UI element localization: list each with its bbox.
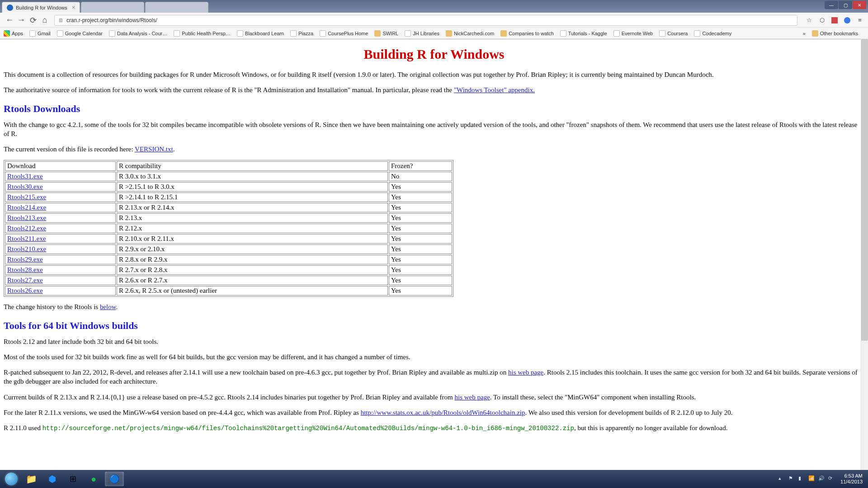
p64-4: Currrent builds of R 2.13.x and R 2.14.{… xyxy=(4,393,864,402)
bookmark-icon xyxy=(57,30,63,37)
scrollbar[interactable] xyxy=(861,39,868,470)
frozen-cell: Yes xyxy=(389,224,452,233)
other-bookmarks[interactable]: Other bookmarks xyxy=(812,30,858,37)
download-link[interactable]: Rtools210.exe xyxy=(7,245,46,253)
reload-button[interactable]: ⟳ xyxy=(27,14,39,26)
toolchain-link[interactable]: http://www.stats.ox.ac.uk/pub/Rtools/old… xyxy=(361,409,525,416)
tab-active[interactable]: Building R for Windows × xyxy=(2,2,80,13)
bookmark-item[interactable]: Evernote Web xyxy=(613,30,653,37)
page-icon: 🗎 xyxy=(58,17,64,23)
tray-flag-icon[interactable]: ⚑ xyxy=(788,475,796,483)
clock[interactable]: 6:53 AM 11/4/2013 xyxy=(840,473,863,485)
bookmark-icon xyxy=(320,30,326,37)
download-link[interactable]: Rtools214.exe xyxy=(7,204,46,211)
compat-cell: R 2.13.x xyxy=(117,213,388,223)
window-close-button[interactable]: ✕ xyxy=(853,1,866,9)
menu-icon[interactable]: ≡ xyxy=(855,16,864,25)
tray-volume-icon[interactable]: 🔊 xyxy=(818,475,826,483)
frozen-cell: Yes xyxy=(389,213,452,223)
window-minimize-button[interactable]: — xyxy=(825,1,838,9)
bookmark-label: Tutorials - Kaggle xyxy=(568,31,607,36)
tab-inactive-2[interactable] xyxy=(145,2,208,13)
table-row: Rtools27.exeR 2.6.x or R 2.7.xYes xyxy=(5,276,452,285)
bookmark-item[interactable]: NickCarchedi.com xyxy=(446,30,494,37)
tray-sync-icon[interactable]: ⟳ xyxy=(828,475,835,483)
tray-wifi-icon[interactable]: 📶 xyxy=(808,475,816,483)
bookmarks-bar: AppsGmailGoogle CalendarData Analysis - … xyxy=(0,27,868,39)
close-icon[interactable]: × xyxy=(72,4,75,11)
star-icon[interactable]: ☆ xyxy=(805,16,814,25)
task-dropbox[interactable]: ⬢ xyxy=(42,472,61,486)
compat-cell: R 2.6.x or R 2.7.x xyxy=(117,276,388,285)
download-link[interactable]: Rtools31.exe xyxy=(7,173,43,180)
bookmark-item[interactable]: Data Analysis - Cour… xyxy=(109,30,167,37)
ext-red-icon[interactable] xyxy=(830,16,839,25)
bookmark-item[interactable]: Google Calendar xyxy=(57,30,103,37)
p64-5: For the later R 2.11.x versions, we used… xyxy=(4,408,864,417)
tab-inactive-1[interactable] xyxy=(81,2,144,13)
home-button[interactable]: ⌂ xyxy=(39,14,51,26)
download-link[interactable]: Rtools212.exe xyxy=(7,225,46,232)
bookmark-item[interactable]: Companies to watch xyxy=(500,30,554,37)
download-link[interactable]: Rtools29.exe xyxy=(7,256,43,263)
p64-6: R 2.11.0 used http://sourceforge.net/pro… xyxy=(4,423,864,433)
system-tray[interactable]: ▴ ⚑ ▮ 📶 🔊 ⟳ 6:53 AM 11/4/2013 xyxy=(777,473,865,485)
bookmark-item[interactable]: Tutorials - Kaggle xyxy=(560,30,607,37)
bookmark-label: Blackboard Learn xyxy=(245,31,284,36)
bookmark-icon xyxy=(29,30,36,37)
bookmark-item[interactable]: Blackboard Learn xyxy=(237,30,284,37)
bookmark-label: JH Libraries xyxy=(413,31,439,36)
start-button[interactable] xyxy=(3,472,20,486)
download-link[interactable]: Rtools27.exe xyxy=(7,277,43,284)
bookmark-icon xyxy=(659,30,665,37)
bookmark-icon xyxy=(446,30,452,37)
compat-cell: R >2.14.1 to R 2.15.1 xyxy=(117,192,388,202)
below-link[interactable]: below xyxy=(100,303,116,310)
bookmarks-overflow[interactable]: » xyxy=(803,31,806,36)
bookmark-label: Codecademy xyxy=(702,31,731,36)
bookmark-icon xyxy=(290,30,297,37)
bookmark-item[interactable]: Piazza xyxy=(290,30,313,37)
download-link[interactable]: Rtools213.exe xyxy=(7,214,46,221)
bookmark-label: Apps xyxy=(12,31,23,36)
webpage-link-1[interactable]: his web page xyxy=(508,369,543,376)
bookmark-icon xyxy=(613,30,620,37)
taskbar: 📁 ⬢ ⊞ ● 🔵 ▴ ⚑ ▮ 📶 🔊 ⟳ 6:53 AM 11/4/2013 xyxy=(0,470,868,488)
webpage-link-2[interactable]: his web page xyxy=(455,394,490,401)
pocket-icon[interactable]: ⬡ xyxy=(817,16,826,25)
bookmark-item[interactable]: Coursera xyxy=(659,30,688,37)
bookmark-icon xyxy=(174,30,180,37)
download-link[interactable]: Rtools211.exe xyxy=(7,235,46,242)
table-row: Rtools28.exeR 2.7.x or R 2.8.xYes xyxy=(5,265,452,275)
table-row: Rtools211.exeR 2.10.x or R 2.11.xYes xyxy=(5,234,452,244)
bookmark-item[interactable]: Public Health Persp… xyxy=(174,30,231,37)
scroll-thumb[interactable] xyxy=(861,39,868,341)
bookmark-item[interactable]: Codecademy xyxy=(694,30,731,37)
bookmark-item[interactable]: CoursePlus Home xyxy=(320,30,368,37)
url-bar[interactable]: 🗎 cran.r-project.org/bin/windows/Rtools/ xyxy=(54,15,797,26)
task-app-grid[interactable]: ⊞ xyxy=(63,472,82,486)
change-history-para: The change history to the Rtools is belo… xyxy=(4,302,864,311)
tray-up-icon[interactable]: ▴ xyxy=(778,475,786,483)
toolset-link[interactable]: "Windows Toolset" appendix. xyxy=(454,86,535,94)
version-txt-link[interactable]: VERSION.txt xyxy=(135,145,173,153)
tray-battery-icon[interactable]: ▮ xyxy=(798,475,806,483)
download-link[interactable]: Rtools30.exe xyxy=(7,183,43,190)
download-link[interactable]: Rtools28.exe xyxy=(7,266,43,273)
forward-button[interactable]: → xyxy=(15,14,27,26)
viewport[interactable]: Building R for Windows This document is … xyxy=(0,39,868,470)
window-maximize-button[interactable]: ▢ xyxy=(839,1,852,9)
bookmark-item[interactable]: Gmail xyxy=(29,30,51,37)
task-chrome[interactable]: 🔵 xyxy=(105,472,124,486)
download-link[interactable]: Rtools215.exe xyxy=(7,193,46,201)
back-button[interactable]: ← xyxy=(4,14,15,26)
bookmark-item[interactable]: Apps xyxy=(4,30,23,37)
bookmark-item[interactable]: SWIRL xyxy=(374,30,398,37)
task-explorer[interactable]: 📁 xyxy=(22,472,41,486)
page-title: Building R for Windows xyxy=(4,47,864,62)
bookmark-item[interactable]: JH Libraries xyxy=(405,30,439,37)
bookmark-icon xyxy=(4,30,10,37)
ext-blue-icon[interactable] xyxy=(843,16,852,25)
task-spotify[interactable]: ● xyxy=(84,472,103,486)
download-link[interactable]: Rtools26.exe xyxy=(7,287,43,294)
